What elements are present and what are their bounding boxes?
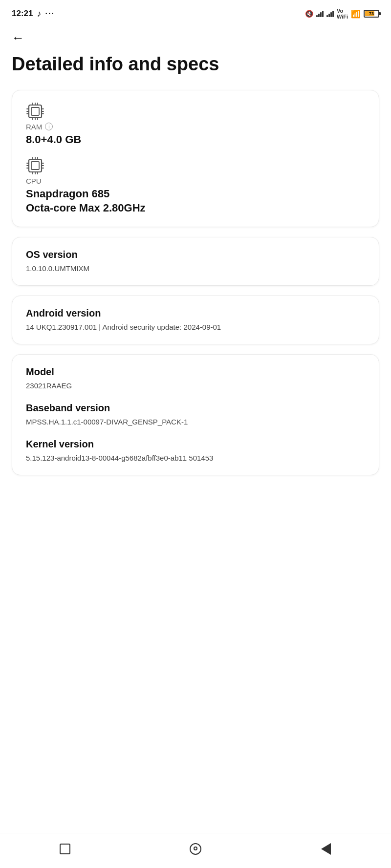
android-version-card: Android version 14 UKQ1.230917.001 | And… <box>12 296 379 344</box>
kernel-block: Kernel version 5.15.123-android13-8-0004… <box>26 439 365 463</box>
status-right: 🔇 VoWiFi 📶 73 <box>305 8 379 20</box>
mute-icon: 🔇 <box>305 10 313 18</box>
kernel-value: 5.15.123-android13-8-00044-g5682afbff3e0… <box>26 453 365 463</box>
back-button[interactable]: ← <box>12 31 24 44</box>
cpu-label: CPU <box>26 177 365 185</box>
android-version-block: Android version 14 UKQ1.230917.001 | And… <box>26 308 365 332</box>
cpu-item: CPU Snapdragon 685 Octa-core Max 2.80GHz <box>26 156 365 215</box>
nav-recents-button[interactable] <box>50 839 80 859</box>
nav-home-button[interactable] <box>181 839 210 859</box>
nav-square-icon <box>60 844 70 854</box>
signal-bars-2 <box>326 10 334 17</box>
android-version-value: 14 UKQ1.230917.001 | Android security up… <box>26 322 365 332</box>
os-version-label: OS version <box>26 249 365 260</box>
back-area: ← <box>0 25 391 44</box>
android-version-label: Android version <box>26 308 365 319</box>
nav-back-icon <box>321 843 331 855</box>
model-block: Model 23021RAAEG <box>26 366 365 391</box>
status-bar: 12:21 ♪ ··· 🔇 VoWiFi 📶 <box>0 0 391 25</box>
svg-rect-1 <box>31 107 39 115</box>
status-left: 12:21 ♪ ··· <box>12 9 55 19</box>
os-version-block: OS version 1.0.10.0.UMTMIXM <box>26 249 365 274</box>
baseband-label: Baseband version <box>26 402 365 414</box>
model-label: Model <box>26 366 365 378</box>
vowifi-icon: VoWiFi <box>337 8 348 20</box>
ram-label: RAM i <box>26 123 365 131</box>
ram-info-icon[interactable]: i <box>45 123 53 130</box>
baseband-block: Baseband version MPSS.HA.1.1.c1-00097-DI… <box>26 402 365 427</box>
signal-bars-1 <box>316 10 324 17</box>
nav-home-icon <box>190 843 201 855</box>
ram-value: 8.0+4.0 GB <box>26 133 365 147</box>
battery-text: 73 <box>369 11 374 16</box>
svg-rect-14 <box>29 159 42 172</box>
cpu-chip-icon <box>26 156 44 175</box>
os-version-value: 1.0.10.0.UMTMIXM <box>26 263 365 274</box>
baseband-value: MPSS.HA.1.1.c1-00097-DIVAR_GENSP_PACK-1 <box>26 417 365 427</box>
battery-icon: 73 <box>364 10 379 18</box>
ram-item: RAM i 8.0+4.0 GB <box>26 102 365 147</box>
svg-rect-15 <box>31 162 39 169</box>
kernel-label: Kernel version <box>26 439 365 450</box>
nav-bar <box>0 833 391 868</box>
ram-cpu-card: RAM i 8.0+4.0 GB <box>12 90 379 228</box>
cpu-value: Snapdragon 685 Octa-core Max 2.80GHz <box>26 187 365 215</box>
page-title: Detailed info and specs <box>0 44 391 80</box>
tiktok-icon: ♪ <box>37 9 41 19</box>
nav-home-inner-icon <box>194 847 197 850</box>
svg-rect-0 <box>29 105 42 118</box>
model-value: 23021RAAEG <box>26 381 365 391</box>
nav-back-button[interactable] <box>311 839 341 859</box>
os-version-card: OS version 1.0.10.0.UMTMIXM <box>12 237 379 286</box>
ram-chip-icon <box>26 102 44 121</box>
details-card: Model 23021RAAEG Baseband version MPSS.H… <box>12 354 379 475</box>
wifi-icon: 📶 <box>351 9 361 19</box>
dots-icon: ··· <box>45 9 54 18</box>
time-display: 12:21 <box>12 9 33 19</box>
